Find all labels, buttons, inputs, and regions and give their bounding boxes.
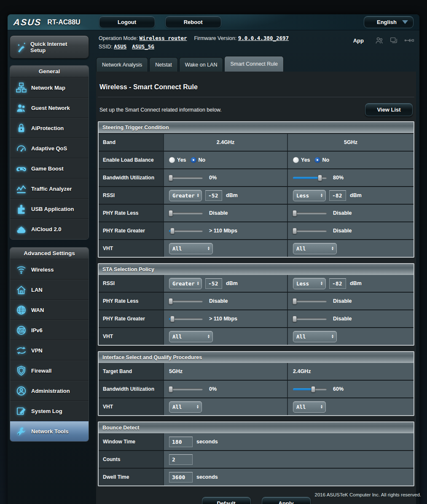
ssid-24-link[interactable]: ASUS (114, 43, 126, 50)
sidebar-item-traffic-analyzer[interactable]: Traffic Analyzer (10, 179, 89, 199)
slider-handle[interactable] (311, 386, 315, 392)
phy-greater-5-slider[interactable] (293, 227, 327, 235)
row-label-rssi: RSSI (99, 275, 163, 292)
sidebar-item-system-log[interactable]: System Log (10, 401, 89, 421)
slider-handle[interactable] (170, 228, 175, 234)
rssi-5-operator-select[interactable]: Less (293, 190, 326, 201)
sta-rssi-5-value-input[interactable] (329, 278, 346, 289)
select-arrows-icon (329, 246, 333, 251)
sidebar-item-lan[interactable]: LAN (10, 280, 89, 300)
section-header-interface: Interface Select and Qualify Procedures (99, 352, 414, 363)
default-button[interactable]: Default (202, 497, 251, 504)
select-arrows-icon (329, 334, 333, 339)
select-arrows-icon (205, 246, 209, 251)
slider-handle[interactable] (293, 210, 297, 216)
sidebar-item-network-tools[interactable]: Network Tools (10, 421, 89, 441)
rssi-24-value-input[interactable] (205, 190, 222, 201)
load-balance-5-no-radio[interactable] (314, 157, 320, 163)
usb-icon[interactable] (403, 36, 414, 45)
sta-phy-less-5-slider[interactable] (293, 298, 327, 305)
network-map-icon (13, 82, 30, 93)
devices-icon[interactable] (389, 36, 398, 45)
sta-phy-greater-24-slider[interactable] (169, 315, 203, 323)
sidebar-item-wan[interactable]: WAN (10, 300, 89, 320)
phy-greater-24-slider[interactable] (169, 227, 203, 235)
administration-icon (13, 385, 30, 397)
slider-handle[interactable] (318, 175, 322, 181)
sidebar-item-aicloud[interactable]: AiCloud 2.0 (10, 219, 89, 239)
slider-handle[interactable] (169, 298, 173, 304)
clients-icon[interactable] (375, 36, 384, 45)
sidebar-advanced-header: Advanced Settings (10, 248, 89, 259)
bandwidth-24-slider[interactable] (169, 174, 203, 181)
slider-handle[interactable] (169, 175, 173, 181)
slider-handle[interactable] (169, 386, 173, 392)
apply-button[interactable]: Apply (262, 497, 311, 504)
sta-vht-24-select[interactable]: All (169, 331, 213, 342)
tab-network-analysis[interactable]: Network Analysis (96, 57, 148, 72)
row-label-load-balance: Enable Load Balance (99, 152, 163, 168)
iface-bandwidth-2-slider[interactable] (293, 386, 327, 393)
bandwidth-5-slider[interactable] (293, 174, 327, 181)
phy-less-24-slider[interactable] (169, 210, 203, 217)
sidebar-item-firewall[interactable]: Firewall (10, 360, 89, 381)
sta-phy-greater-5-slider[interactable] (293, 315, 327, 323)
sidebar-item-vpn[interactable]: VPN (10, 340, 89, 360)
counts-input[interactable] (169, 454, 193, 465)
view-list-button[interactable]: View List (365, 103, 413, 116)
load-balance-24-no-radio[interactable] (191, 157, 196, 163)
slider-handle[interactable] (293, 298, 297, 304)
iface-vht-2-select[interactable]: All (293, 401, 326, 413)
sta-rssi-24-value-input[interactable] (205, 278, 222, 289)
magic-wand-icon (13, 41, 30, 53)
load-balance-5-yes-radio[interactable] (293, 157, 299, 163)
sta-rssi-5-operator-select[interactable]: Less (293, 278, 326, 289)
slider-value: 0% (209, 386, 217, 392)
tab-netstat[interactable]: Netstat (149, 57, 178, 72)
iface-vht-1-select[interactable]: All (169, 401, 202, 413)
table-row: Target Band 5GHz 2.4GHz (99, 363, 414, 380)
ssid-5g-link[interactable]: ASUS_5G (132, 43, 154, 50)
slider-handle[interactable] (169, 210, 173, 216)
dwell-time-input[interactable] (169, 472, 193, 483)
operation-mode-link[interactable]: Wireless router (140, 35, 187, 41)
window-time-input[interactable] (169, 437, 193, 447)
sidebar-item-aiprotection[interactable]: AiProtection (10, 118, 89, 138)
table-row: Bandwidth Utilization 0% 80% (99, 168, 414, 186)
vht-5-select[interactable]: All (293, 243, 337, 254)
sta-vht-5-select[interactable]: All (293, 331, 337, 342)
sidebar-item-guest-network[interactable]: Guest Network (10, 98, 89, 118)
reboot-button[interactable]: Reboot (165, 16, 221, 28)
adaptive-qos-icon (13, 143, 30, 154)
sidebar-item-adaptive-qos[interactable]: Adaptive QoS (10, 138, 89, 158)
iface-bandwidth-1-slider[interactable] (169, 386, 203, 393)
rssi-5-value-input[interactable] (329, 190, 346, 201)
slider-handle[interactable] (170, 316, 175, 322)
sta-rssi-24-operator-select[interactable]: Greater (169, 278, 202, 289)
table-row: VHT All All (99, 397, 414, 415)
sidebar-item-wireless[interactable]: Wireless (10, 259, 89, 280)
sidebar-item-ipv6[interactable]: IPv6 IPv6 (10, 320, 89, 340)
section-header-steering: Steering Trigger Condition (99, 122, 414, 133)
sidebar: Quick Internet Setup General Network Map… (8, 30, 89, 504)
row-label-vht: VHT (99, 240, 163, 257)
phy-less-5-slider[interactable] (293, 210, 327, 217)
rssi-24-operator-select[interactable]: Greater (169, 190, 202, 201)
sidebar-item-network-map[interactable]: Network Map (10, 77, 89, 98)
sidebar-item-game-boost[interactable]: Game Boost (10, 158, 89, 179)
sidebar-item-usb-application[interactable]: USB Application (10, 199, 89, 219)
tab-wake-on-lan[interactable]: Wake on LAN (179, 57, 223, 72)
sidebar-item-administration[interactable]: Administration (10, 381, 89, 401)
tab-smart-connect-rule[interactable]: Smart Connect Rule (224, 56, 284, 72)
quick-internet-setup-button[interactable]: Quick Internet Setup (10, 35, 89, 59)
load-balance-24-yes-radio[interactable] (169, 157, 175, 163)
vht-24-select[interactable]: All (169, 243, 213, 254)
row-label-vht: VHT (99, 398, 163, 415)
slider-handle[interactable] (293, 228, 297, 234)
logout-button[interactable]: Logout (99, 16, 155, 28)
language-dropdown[interactable]: English (364, 16, 414, 28)
firmware-link[interactable]: 9.0.0.4.380_2697 (238, 35, 289, 41)
slider-handle[interactable] (293, 316, 297, 322)
sta-phy-less-24-slider[interactable] (169, 298, 203, 305)
row-label-target-band: Target Band (99, 363, 163, 380)
